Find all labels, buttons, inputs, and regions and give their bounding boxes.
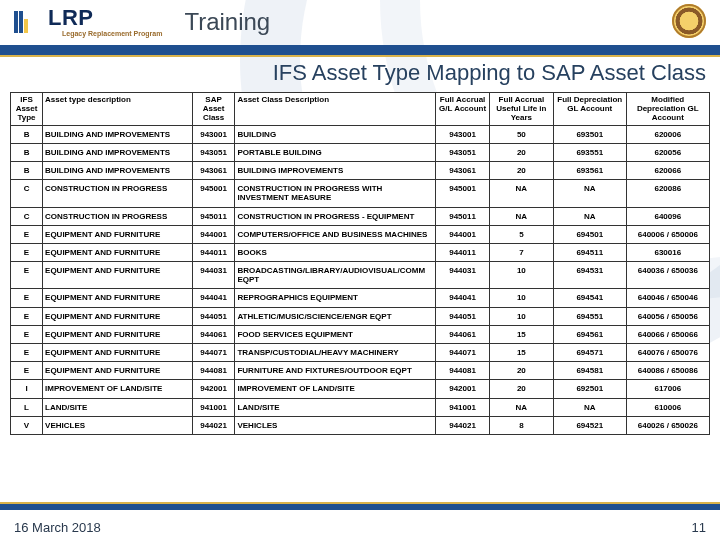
- cell-mod-depr-gl: 617006: [626, 380, 709, 398]
- cell-sap-class: 944001: [192, 225, 235, 243]
- cell-ifs-type: E: [11, 243, 43, 261]
- table-row: IIMPROVEMENT OF LAND/SITE942001IMPROVEME…: [11, 380, 710, 398]
- cell-useful-life: 15: [489, 325, 553, 343]
- cell-sap-class: 944031: [192, 262, 235, 289]
- cell-ifs-type: B: [11, 161, 43, 179]
- page-title: IFS Asset Type Mapping to SAP Asset Clas…: [0, 62, 706, 84]
- cell-mod-depr-gl: 610006: [626, 398, 709, 416]
- cell-ifs-type: V: [11, 416, 43, 434]
- table-row: EEQUIPMENT AND FURNITURE944071TRANSP/CUS…: [11, 344, 710, 362]
- cell-full-accrual-gl: 944071: [436, 344, 489, 362]
- col-sap-class: SAP Asset Class: [192, 93, 235, 126]
- cell-full-accrual-gl: 941001: [436, 398, 489, 416]
- cell-mod-depr-gl: 620086: [626, 180, 709, 207]
- cell-mod-depr-gl: 640026 / 650026: [626, 416, 709, 434]
- cell-mod-depr-gl: 630016: [626, 243, 709, 261]
- cell-full-depr-gl: NA: [553, 207, 626, 225]
- cell-full-depr-gl: NA: [553, 398, 626, 416]
- table-row: EEQUIPMENT AND FURNITURE944061FOOD SERVI…: [11, 325, 710, 343]
- cell-sap-class: 944021: [192, 416, 235, 434]
- cell-class-desc: FURNITURE AND FIXTURES/OUTDOOR EQPT: [235, 362, 436, 380]
- cell-ifs-type: E: [11, 344, 43, 362]
- col-mod-depr-gl: Modified Depreciation GL Account: [626, 93, 709, 126]
- cell-mod-depr-gl: 640086 / 650086: [626, 362, 709, 380]
- cell-type-desc: EQUIPMENT AND FURNITURE: [43, 362, 193, 380]
- cell-ifs-type: L: [11, 398, 43, 416]
- table-row: VVEHICLES944021VEHICLES94402186945216400…: [11, 416, 710, 434]
- table-row: BBUILDING AND IMPROVEMENTS943061BUILDING…: [11, 161, 710, 179]
- cell-type-desc: BUILDING AND IMPROVEMENTS: [43, 143, 193, 161]
- cell-type-desc: BUILDING AND IMPROVEMENTS: [43, 125, 193, 143]
- cell-full-accrual-gl: 943051: [436, 143, 489, 161]
- cell-sap-class: 941001: [192, 398, 235, 416]
- cell-type-desc: LAND/SITE: [43, 398, 193, 416]
- cell-useful-life: 10: [489, 307, 553, 325]
- cell-full-accrual-gl: 942001: [436, 380, 489, 398]
- table-row: BBUILDING AND IMPROVEMENTS943001BUILDING…: [11, 125, 710, 143]
- cell-full-accrual-gl: 944051: [436, 307, 489, 325]
- table-row: EEQUIPMENT AND FURNITURE944011BOOKS94401…: [11, 243, 710, 261]
- cell-class-desc: VEHICLES: [235, 416, 436, 434]
- cell-class-desc: BROADCASTING/LIBRARY/AUDIOVISUAL/COMM EQ…: [235, 262, 436, 289]
- cell-useful-life: 20: [489, 380, 553, 398]
- cell-ifs-type: E: [11, 225, 43, 243]
- cell-ifs-type: E: [11, 307, 43, 325]
- cell-full-accrual-gl: 944001: [436, 225, 489, 243]
- cell-type-desc: VEHICLES: [43, 416, 193, 434]
- cell-full-depr-gl: 694551: [553, 307, 626, 325]
- cell-full-accrual-gl: 944031: [436, 262, 489, 289]
- cell-useful-life: 10: [489, 289, 553, 307]
- cell-sap-class: 943001: [192, 125, 235, 143]
- table-row: CCONSTRUCTION IN PROGRESS945001CONSTRUCT…: [11, 180, 710, 207]
- cell-ifs-type: E: [11, 362, 43, 380]
- table-row: EEQUIPMENT AND FURNITURE944031BROADCASTI…: [11, 262, 710, 289]
- cell-full-depr-gl: 694571: [553, 344, 626, 362]
- table-row: BBUILDING AND IMPROVEMENTS943051PORTABLE…: [11, 143, 710, 161]
- cell-full-accrual-gl: 945011: [436, 207, 489, 225]
- cell-full-accrual-gl: 943061: [436, 161, 489, 179]
- cell-mod-depr-gl: 640056 / 650056: [626, 307, 709, 325]
- cell-useful-life: 10: [489, 262, 553, 289]
- cell-full-accrual-gl: 944081: [436, 362, 489, 380]
- cell-full-depr-gl: 693501: [553, 125, 626, 143]
- cell-type-desc: EQUIPMENT AND FURNITURE: [43, 243, 193, 261]
- cell-full-depr-gl: NA: [553, 180, 626, 207]
- cell-useful-life: 20: [489, 161, 553, 179]
- cell-class-desc: LAND/SITE: [235, 398, 436, 416]
- cell-type-desc: EQUIPMENT AND FURNITURE: [43, 225, 193, 243]
- cell-useful-life: 7: [489, 243, 553, 261]
- seal-icon: [672, 4, 706, 38]
- col-useful-life: Full Accrual Useful Life in Years: [489, 93, 553, 126]
- cell-full-depr-gl: 694501: [553, 225, 626, 243]
- cell-class-desc: COMPUTERS/OFFICE AND BUSINESS MACHINES: [235, 225, 436, 243]
- cell-full-accrual-gl: 944061: [436, 325, 489, 343]
- cell-mod-depr-gl: 640076 / 650076: [626, 344, 709, 362]
- cell-ifs-type: B: [11, 143, 43, 161]
- table-row: EEQUIPMENT AND FURNITURE944001COMPUTERS/…: [11, 225, 710, 243]
- footer-date: 16 March 2018: [14, 521, 101, 534]
- lrp-logo: LRP Legacy Replacement Program: [14, 7, 162, 37]
- cell-ifs-type: C: [11, 207, 43, 225]
- table-row: EEQUIPMENT AND FURNITURE944081FURNITURE …: [11, 362, 710, 380]
- cell-type-desc: EQUIPMENT AND FURNITURE: [43, 262, 193, 289]
- cell-sap-class: 943051: [192, 143, 235, 161]
- col-ifs-type: IFS Asset Type: [11, 93, 43, 126]
- cell-ifs-type: C: [11, 180, 43, 207]
- cell-full-depr-gl: 694521: [553, 416, 626, 434]
- col-type-desc: Asset type description: [43, 93, 193, 126]
- cell-sap-class: 944011: [192, 243, 235, 261]
- cell-mod-depr-gl: 640046 / 650046: [626, 289, 709, 307]
- cell-sap-class: 943061: [192, 161, 235, 179]
- cell-useful-life: NA: [489, 398, 553, 416]
- cell-class-desc: IMPROVEMENT OF LAND/SITE: [235, 380, 436, 398]
- footer-page: 11: [692, 521, 706, 534]
- col-full-depr-gl: Full Depreciation GL Account: [553, 93, 626, 126]
- table-row: EEQUIPMENT AND FURNITURE944041REPROGRAPH…: [11, 289, 710, 307]
- table-row: CCONSTRUCTION IN PROGRESS945011CONSTRUCT…: [11, 207, 710, 225]
- slide: LRP Legacy Replacement Program Training …: [0, 0, 720, 540]
- cell-useful-life: 20: [489, 362, 553, 380]
- cell-full-depr-gl: 694531: [553, 262, 626, 289]
- footer: 16 March 2018 11: [14, 521, 706, 534]
- cell-useful-life: 20: [489, 143, 553, 161]
- cell-full-depr-gl: 693561: [553, 161, 626, 179]
